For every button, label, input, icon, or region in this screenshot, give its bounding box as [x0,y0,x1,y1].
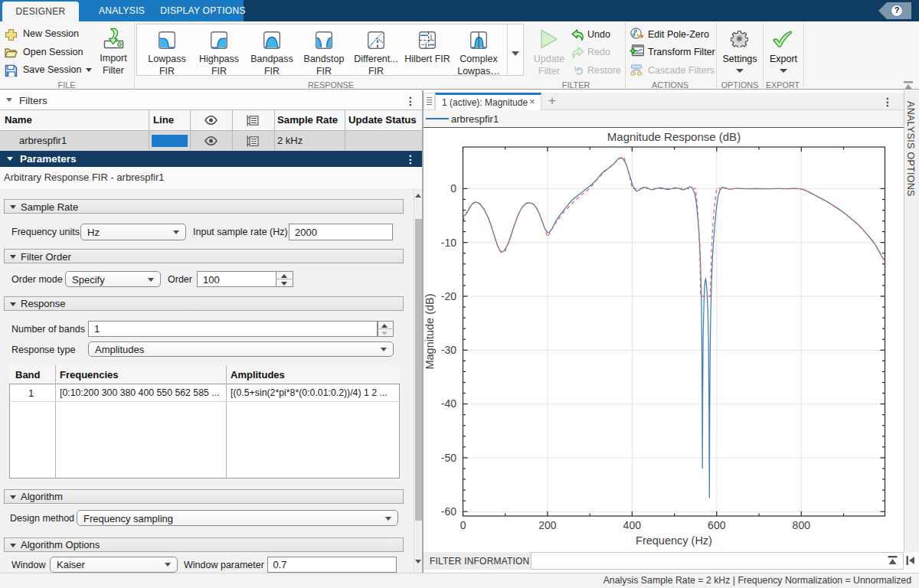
svg-text:0: 0 [450,182,456,194]
svg-text:400: 400 [623,519,642,531]
svg-text:800: 800 [793,519,811,531]
svg-text:-50: -50 [441,452,456,464]
svg-text:200: 200 [538,519,557,531]
svg-text:0: 0 [460,519,466,531]
svg-text:−j: −j [421,41,427,48]
svg-text:Frequency (Hz): Frequency (Hz) [636,534,712,547]
svg-text:-60: -60 [441,505,456,518]
svg-text:Magnitude (dB): Magnitude (dB) [424,293,436,369]
svg-text:-20: -20 [441,290,456,302]
svg-text:j: j [430,33,432,41]
svg-text:600: 600 [708,519,726,531]
svg-text:-10: -10 [441,237,456,249]
svg-text:-30: -30 [441,344,456,356]
svg-text:Magnitude Response (dB): Magnitude Response (dB) [607,130,741,143]
svg-text:-40: -40 [441,397,456,410]
